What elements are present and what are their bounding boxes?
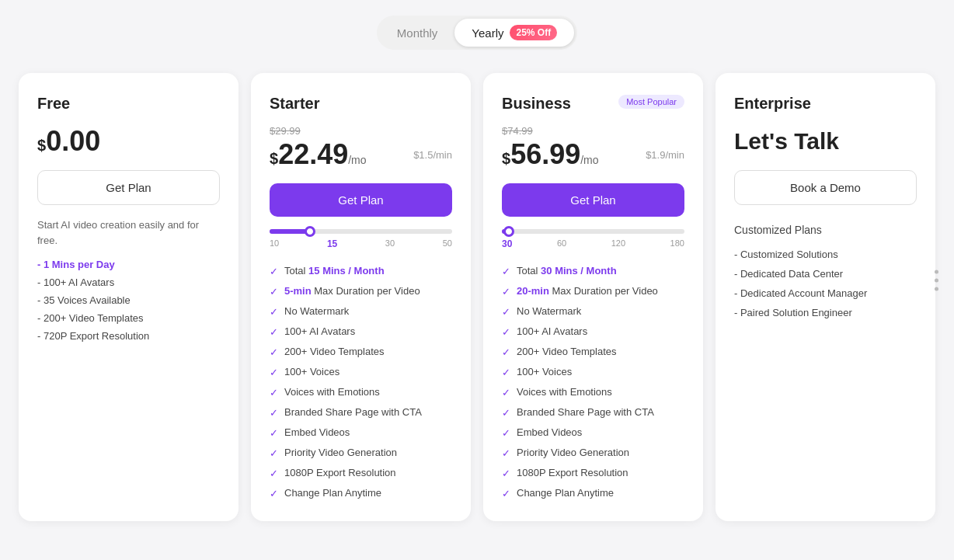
starter-original-price: $29.99 [270, 125, 452, 137]
starter-feature-3: ✓ No Watermark [270, 305, 452, 318]
business-feature-3: ✓ No Watermark [502, 305, 684, 318]
check-icon: ✓ [502, 488, 510, 499]
free-plan-name: Free [37, 95, 220, 113]
starter-feature-5: ✓ 200+ Video Templates [270, 346, 452, 358]
check-icon: ✓ [270, 447, 278, 459]
business-feature-10: ✓ Priority Video Generation [502, 447, 684, 459]
business-features-list: ✓ Total 30 Mins / Month ✓ 20-min Max Dur… [502, 265, 684, 499]
enterprise-feature-2: - Dedicated Data Center [734, 268, 917, 280]
check-icon: ✓ [270, 387, 278, 398]
business-feature-7: ✓ Voices with Emotions [502, 386, 684, 398]
starter-feature-9: ✓ Embed Videos [270, 426, 452, 439]
starter-per-min: $1.5/min [413, 149, 452, 161]
check-icon: ✓ [502, 367, 510, 378]
starter-get-plan-button[interactable]: Get Plan [270, 183, 452, 217]
free-plan-card: Free $ 0.00 Get Plan Start AI video crea… [19, 73, 238, 521]
check-icon: ✓ [270, 407, 278, 419]
dots-menu [935, 270, 938, 290]
check-icon: ✓ [270, 286, 278, 297]
free-get-plan-button[interactable]: Get Plan [37, 170, 220, 205]
dot-1 [935, 270, 938, 273]
check-icon: ✓ [502, 266, 510, 277]
yearly-option[interactable]: Yearly 25% Off [454, 19, 574, 47]
check-icon: ✓ [270, 266, 278, 277]
enterprise-plan-card: Enterprise Let's Talk Book a Demo Custom… [716, 73, 935, 521]
enterprise-plan-name: Enterprise [734, 95, 917, 113]
starter-slider[interactable]: 10 15 30 50 [270, 229, 452, 249]
free-feature-2: - 100+ AI Avatars [37, 277, 220, 288]
check-icon: ✓ [502, 447, 510, 459]
check-icon: ✓ [270, 468, 278, 479]
free-price: $ 0.00 [37, 125, 220, 158]
business-feature-5: ✓ 200+ Video Templates [502, 346, 684, 358]
billing-toggle[interactable]: Monthly Yearly 25% Off [377, 16, 577, 50]
enterprise-book-demo-button[interactable]: Book a Demo [734, 170, 917, 205]
business-get-plan-button[interactable]: Get Plan [502, 183, 684, 217]
starter-features-list: ✓ Total 15 Mins / Month ✓ 5-min Max Dura… [270, 265, 452, 499]
business-original-price: $74.99 [502, 125, 684, 137]
check-icon: ✓ [502, 427, 510, 439]
check-icon: ✓ [502, 468, 510, 479]
check-icon: ✓ [502, 286, 510, 297]
business-feature-12: ✓ Change Plan Anytime [502, 487, 684, 499]
check-icon: ✓ [270, 306, 278, 318]
check-icon: ✓ [270, 326, 278, 338]
dot-2 [935, 278, 938, 282]
free-features-list: - 1 Mins per Day - 100+ AI Avatars - 35 … [37, 259, 220, 342]
starter-feature-8: ✓ Branded Share Page with CTA [270, 406, 452, 419]
free-feature-3: - 35 Voices Available [37, 294, 220, 306]
starter-feature-11: ✓ 1080P Export Resolution [270, 467, 452, 479]
check-icon: ✓ [270, 346, 278, 358]
enterprise-feature-3: - Dedicated Account Manager [734, 287, 917, 299]
customized-plans-label: Customized Plans [734, 224, 917, 236]
business-feature-4: ✓ 100+ AI Avatars [502, 325, 684, 338]
starter-plan-card: Starter $29.99 $ 22.49 /mo $1.5/min Get … [251, 73, 471, 521]
enterprise-feature-4: - Paired Solution Engineer [734, 307, 917, 318]
enterprise-feature-1: - Customized Solutions [734, 249, 917, 260]
check-icon: ✓ [270, 367, 278, 378]
free-description: Start AI video creation easily and for f… [37, 217, 220, 248]
check-icon: ✓ [270, 488, 278, 499]
starter-feature-4: ✓ 100+ AI Avatars [270, 325, 452, 338]
starter-feature-1: ✓ Total 15 Mins / Month [270, 265, 452, 277]
business-slider[interactable]: 30 60 120 180 [502, 229, 684, 249]
starter-feature-7: ✓ Voices with Emotions [270, 386, 452, 398]
starter-feature-6: ✓ 100+ Voices [270, 366, 452, 378]
free-feature-4: - 200+ Video Templates [37, 312, 220, 324]
business-feature-11: ✓ 1080P Export Resolution [502, 467, 684, 479]
check-icon: ✓ [502, 326, 510, 338]
monthly-option[interactable]: Monthly [380, 20, 455, 46]
dot-3 [935, 287, 938, 290]
business-plan-name: Business [502, 95, 571, 113]
enterprise-talk-title: Let's Talk [734, 128, 917, 155]
business-feature-6: ✓ 100+ Voices [502, 366, 684, 378]
most-popular-badge: Most Popular [618, 95, 684, 109]
starter-plan-name: Starter [270, 95, 452, 113]
business-plan-card: Business Most Popular $74.99 $ 56.99 /mo… [483, 73, 703, 521]
free-feature-1: - 1 Mins per Day [37, 259, 220, 270]
enterprise-features-list: - Customized Solutions - Dedicated Data … [734, 249, 917, 318]
business-per-min: $1.9/min [646, 149, 684, 161]
plans-grid: Free $ 0.00 Get Plan Start AI video crea… [19, 73, 935, 521]
check-icon: ✓ [502, 306, 510, 318]
discount-badge: 25% Off [510, 25, 557, 40]
starter-feature-2: ✓ 5-min Max Duration per Video [270, 285, 452, 297]
starter-feature-12: ✓ Change Plan Anytime [270, 487, 452, 499]
free-feature-5: - 720P Export Resolution [37, 330, 220, 342]
business-feature-8: ✓ Branded Share Page with CTA [502, 406, 684, 419]
check-icon: ✓ [502, 346, 510, 358]
starter-feature-10: ✓ Priority Video Generation [270, 447, 452, 459]
check-icon: ✓ [270, 427, 278, 439]
business-feature-2: ✓ 20-min Max Duration per Video [502, 285, 684, 297]
check-icon: ✓ [502, 407, 510, 419]
business-feature-1: ✓ Total 30 Mins / Month [502, 265, 684, 277]
business-feature-9: ✓ Embed Videos [502, 426, 684, 439]
check-icon: ✓ [502, 387, 510, 398]
